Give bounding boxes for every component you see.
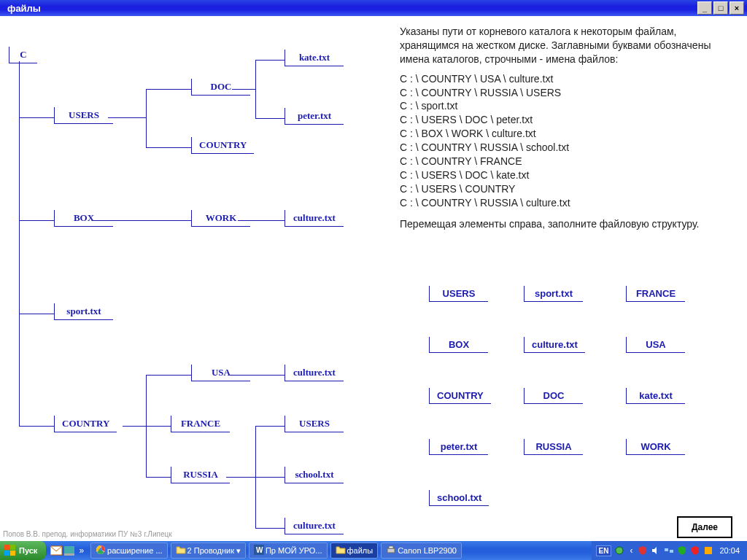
start-label: Пуск bbox=[19, 546, 37, 555]
path-line: C : \ USERS \ DOC \ kate.txt bbox=[400, 168, 721, 182]
node-work[interactable]: WORK bbox=[191, 210, 250, 227]
taskbar-item-active[interactable]: файлы bbox=[330, 542, 379, 559]
usb-icon[interactable] bbox=[614, 545, 624, 556]
svg-rect-11 bbox=[387, 548, 395, 553]
folder-icon bbox=[176, 545, 187, 556]
svg-rect-3 bbox=[10, 551, 15, 556]
taskbar-item[interactable]: расширение ... bbox=[90, 542, 168, 559]
word-icon: W bbox=[254, 545, 266, 556]
node-school[interactable]: school.txt bbox=[285, 467, 344, 483]
path-line: C : \ COUNTRY \ RUSSIA \ USERS bbox=[400, 86, 721, 100]
content-area: C USERS DOC COUNTRY kate.txt peter.txt B… bbox=[0, 16, 747, 541]
volume-icon[interactable] bbox=[651, 545, 661, 556]
node-usa[interactable]: USA bbox=[191, 365, 250, 381]
node-france[interactable]: FRANCE bbox=[171, 416, 230, 432]
node-kate[interactable]: kate.txt bbox=[285, 50, 344, 66]
svg-rect-6 bbox=[64, 553, 74, 556]
chrome-icon bbox=[96, 545, 107, 556]
svg-rect-0 bbox=[4, 545, 9, 550]
taskbar-item-label: файлы bbox=[347, 546, 374, 555]
window-title: файлы bbox=[3, 3, 696, 14]
taskbar-item[interactable]: 2 Проводник ▾ bbox=[171, 542, 246, 559]
drag-item[interactable]: COUNTRY bbox=[429, 388, 491, 404]
shield-icon[interactable] bbox=[638, 545, 648, 556]
taskbar-item-label: 2 Проводник bbox=[187, 546, 234, 555]
author-footnote: Попов В.В. препод. информатики ПУ №3 г.Л… bbox=[3, 530, 172, 538]
path-line: C : \ COUNTRY \ USA \ culture.txt bbox=[400, 72, 721, 86]
node-culture-russia[interactable]: culture.txt bbox=[285, 518, 344, 534]
desktop-icon[interactable] bbox=[63, 545, 75, 556]
printer-icon bbox=[386, 545, 398, 556]
node-doc[interactable]: DOC bbox=[191, 79, 250, 96]
folder-open-icon bbox=[336, 545, 347, 556]
drag-item[interactable]: peter.txt bbox=[429, 439, 488, 455]
svg-rect-15 bbox=[670, 550, 673, 553]
taskbar-item[interactable]: Canon LBP2900 bbox=[381, 542, 462, 559]
maximize-button[interactable]: □ bbox=[713, 1, 728, 15]
chevron-down-icon: ▾ bbox=[236, 546, 241, 556]
path-line: C : \ COUNTRY \ RUSSIA \ culture.txt bbox=[400, 196, 721, 210]
antivirus-icon[interactable] bbox=[677, 545, 687, 556]
svg-rect-2 bbox=[4, 551, 9, 556]
node-culture-usa[interactable]: culture.txt bbox=[285, 365, 344, 381]
language-indicator[interactable]: EN bbox=[596, 545, 612, 556]
description-text: Указаны пути от корневого каталога к нек… bbox=[400, 25, 721, 66]
drag-item[interactable]: kate.txt bbox=[626, 388, 685, 404]
svg-rect-12 bbox=[389, 546, 393, 548]
start-button[interactable]: Пуск bbox=[0, 541, 46, 560]
root-node[interactable]: C bbox=[9, 47, 37, 63]
node-culture-work[interactable]: culture.txt bbox=[285, 210, 344, 227]
minimize-button[interactable]: _ bbox=[697, 1, 712, 15]
window-titlebar: файлы _ □ × bbox=[0, 0, 747, 16]
taskbar-item-label: Пр МОЙ УРО... bbox=[266, 546, 322, 555]
misc-icon[interactable] bbox=[703, 545, 713, 556]
svg-rect-14 bbox=[665, 548, 668, 551]
mail-icon[interactable] bbox=[50, 545, 62, 556]
drag-item[interactable]: USA bbox=[626, 337, 685, 353]
close-button[interactable]: × bbox=[729, 1, 744, 15]
node-users[interactable]: USERS bbox=[54, 107, 113, 124]
path-line: C : \ USERS \ DOC \ peter.txt bbox=[400, 113, 721, 127]
next-button[interactable]: Далее bbox=[677, 516, 732, 538]
taskbar-item-label: расширение ... bbox=[107, 546, 163, 555]
tray-overflow-icon[interactable]: ‹ bbox=[627, 545, 635, 556]
network-icon[interactable] bbox=[664, 545, 674, 556]
quicklaunch: » bbox=[50, 545, 86, 556]
node-sport[interactable]: sport.txt bbox=[54, 303, 113, 320]
taskbar-item[interactable]: W Пр МОЙ УРО... bbox=[249, 542, 328, 559]
node-russia[interactable]: RUSSIA bbox=[171, 467, 230, 483]
drag-item[interactable]: sport.txt bbox=[524, 286, 583, 302]
svg-rect-1 bbox=[10, 545, 15, 550]
drag-item[interactable]: WORK bbox=[626, 439, 685, 455]
taskbar-clock[interactable]: 20:04 bbox=[716, 546, 743, 555]
svg-rect-16 bbox=[705, 547, 712, 554]
drag-item[interactable]: culture.txt bbox=[524, 337, 585, 353]
drag-item[interactable]: DOC bbox=[524, 388, 583, 404]
drag-item[interactable]: BOX bbox=[429, 337, 488, 353]
svg-rect-5 bbox=[64, 546, 74, 553]
quicklaunch-overflow-icon[interactable]: » bbox=[77, 545, 86, 556]
drag-item[interactable]: FRANCE bbox=[626, 286, 685, 302]
drag-item[interactable]: RUSSIA bbox=[524, 439, 583, 455]
drag-item[interactable]: school.txt bbox=[429, 490, 489, 506]
windows-logo-icon bbox=[4, 545, 16, 556]
taskbar: Пуск » расширение ... 2 Проводник ▾ W Пр… bbox=[0, 541, 747, 560]
node-peter[interactable]: peter.txt bbox=[285, 108, 344, 125]
node-box[interactable]: BOX bbox=[54, 210, 113, 227]
svg-text:W: W bbox=[256, 546, 263, 554]
path-line: C : \ USERS \ COUNTRY bbox=[400, 182, 721, 196]
instruction-text: Перемещая элементы справа, заполните фай… bbox=[400, 217, 721, 231]
description-panel: Указаны пути от корневого каталога к нек… bbox=[400, 25, 721, 230]
drag-item[interactable]: USERS bbox=[429, 286, 488, 302]
path-list: C : \ COUNTRY \ USA \ culture.txt C : \ … bbox=[400, 72, 721, 210]
security-icon[interactable] bbox=[690, 545, 700, 556]
node-users-russia[interactable]: USERS bbox=[285, 416, 344, 432]
taskbar-item-label: Canon LBP2900 bbox=[398, 546, 457, 555]
path-line: C : \ COUNTRY \ FRANCE bbox=[400, 155, 721, 168]
system-tray: EN ‹ 20:04 bbox=[592, 541, 747, 560]
path-line: C : \ BOX \ WORK \ culture.txt bbox=[400, 127, 721, 141]
path-line: C : \ sport.txt bbox=[400, 99, 721, 113]
path-line: C : \ COUNTRY \ RUSSIA \ school.txt bbox=[400, 141, 721, 155]
node-country-users[interactable]: COUNTRY bbox=[191, 137, 254, 154]
node-country[interactable]: COUNTRY bbox=[54, 416, 117, 432]
